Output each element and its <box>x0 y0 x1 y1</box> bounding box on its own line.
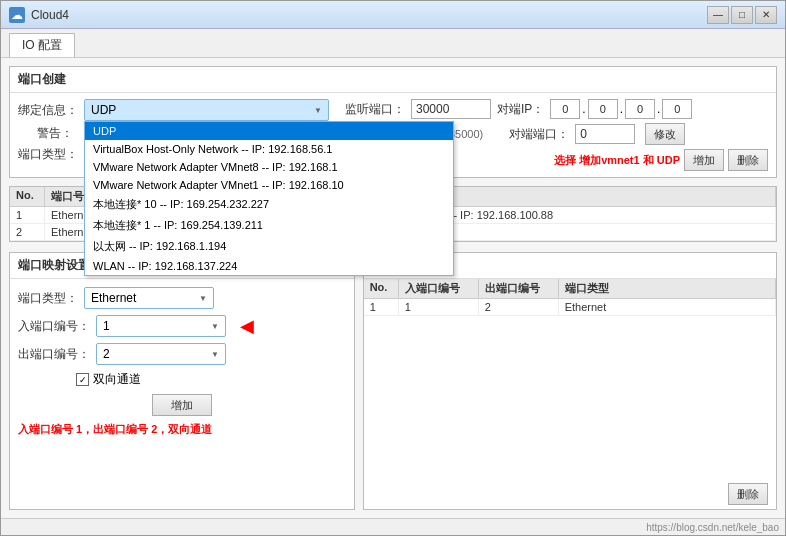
bind-select[interactable]: UDP ▼ <box>84 99 329 121</box>
footer-url: https://blog.csdn.net/kele_bao <box>646 522 779 533</box>
ip-seg-3[interactable]: 0 <box>625 99 655 119</box>
dropdown-item-wlan[interactable]: WLAN -- IP: 192.168.137.224 <box>85 257 453 275</box>
td-no-1: 1 <box>10 207 45 223</box>
bidirectional-label: 双向通道 <box>93 371 141 388</box>
map-add-row: 增加 <box>18 394 346 416</box>
th-no: No. <box>10 187 45 206</box>
main-content: 端口创建 绑定信息： UDP ▼ UDP <box>1 58 785 518</box>
map-table-row[interactable]: 1 1 2 Ethernet <box>364 299 776 316</box>
main-window: ☁ Cloud4 — □ ✕ IO 配置 端口创建 绑定信息： <box>0 0 786 536</box>
ip-seg-2[interactable]: 0 <box>588 99 618 119</box>
dropdown-item-vmnet1[interactable]: VMware Network Adapter VMnet1 -- IP: 192… <box>85 176 453 194</box>
titlebar-left: ☁ Cloud4 <box>9 7 69 23</box>
out-port-arrow-icon: ▼ <box>211 350 219 359</box>
maximize-button[interactable]: □ <box>731 6 753 24</box>
listen-port-label: 监听端口： <box>345 101 405 118</box>
out-port-select[interactable]: 2 ▼ <box>96 343 226 365</box>
map-th-type: 端口类型 <box>559 279 776 298</box>
warn-label: 警告： <box>18 125 73 142</box>
map-td-out: 2 <box>479 299 559 315</box>
bottom-panels: 端口映射设置 端口类型： Ethernet ▼ 入端口编号： 1 ▼ <box>9 252 777 510</box>
map-delete-button[interactable]: 删除 <box>728 483 768 505</box>
in-port-value: 1 <box>103 319 110 333</box>
ip-seg-1[interactable]: 0 <box>550 99 580 119</box>
annotation2: 入端口编号 1，出端口编号 2，双向通道 <box>18 422 212 437</box>
port-create-form: 绑定信息： UDP ▼ UDP VirtualBox Host-Only Net… <box>18 99 329 171</box>
map-table-header: No. 入端口编号 出端口编号 端口类型 <box>364 279 776 299</box>
out-port-value: 2 <box>103 347 110 361</box>
remote-port-label: 对端端口： <box>509 126 569 143</box>
port-map-table-content: No. 入端口编号 出端口编号 端口类型 1 1 2 Ethernet <box>364 279 776 479</box>
minimize-button[interactable]: — <box>707 6 729 24</box>
map-td-type: Ethernet <box>559 299 776 315</box>
port-create-panel: 端口创建 绑定信息： UDP ▼ UDP <box>9 66 777 178</box>
add-button[interactable]: 增加 <box>684 149 724 171</box>
dropdown-item-vmnet8[interactable]: VMware Network Adapter VMnet8 -- IP: 192… <box>85 158 453 176</box>
map-td-no: 1 <box>364 299 399 315</box>
out-port-label: 出端口编号： <box>18 346 90 363</box>
dropdown-item-vbox[interactable]: VirtualBox Host-Only Network -- IP: 192.… <box>85 140 453 158</box>
type-label: 端口类型： <box>18 146 78 163</box>
port-map-settings-body: 端口类型： Ethernet ▼ 入端口编号： 1 ▼ ◀ <box>10 279 354 445</box>
in-port-row: 入端口编号： 1 ▼ ◀ <box>18 315 346 337</box>
modify-button[interactable]: 修改 <box>645 123 685 145</box>
bind-label: 绑定信息： <box>18 102 78 119</box>
bind-dropdown: UDP VirtualBox Host-Only Network -- IP: … <box>84 121 454 276</box>
footer-bar: https://blog.csdn.net/kele_bao <box>1 518 785 535</box>
map-th-in: 入端口编号 <box>399 279 479 298</box>
map-th-out: 出端口编号 <box>479 279 559 298</box>
remote-port-input[interactable]: 0 <box>575 124 635 144</box>
delete-button[interactable]: 删除 <box>728 149 768 171</box>
listen-port-row: 监听端口： 30000 对端IP： 0 . 0 . 0 . 0 <box>345 99 768 119</box>
titlebar: ☁ Cloud4 — □ ✕ <box>1 1 785 29</box>
remote-ip-label: 对端IP： <box>497 101 544 118</box>
port-map-table-panel: 端口映射表 No. 入端口编号 出端口编号 端口类型 1 1 2 Etherne… <box>363 252 777 510</box>
map-add-button[interactable]: 增加 <box>152 394 212 416</box>
window-controls: — □ ✕ <box>707 6 777 24</box>
close-button[interactable]: ✕ <box>755 6 777 24</box>
map-td-in: 1 <box>399 299 479 315</box>
dropdown-item-udp[interactable]: UDP <box>85 122 453 140</box>
bind-dropdown-container: UDP ▼ UDP VirtualBox Host-Only Network -… <box>84 99 329 121</box>
in-port-label: 入端口编号： <box>18 318 90 335</box>
map-type-label: 端口类型： <box>18 290 78 307</box>
arrow-annotation-icon: ◀ <box>240 315 254 337</box>
listen-port-input[interactable]: 30000 <box>411 99 491 119</box>
bind-info-row: 绑定信息： UDP ▼ UDP VirtualBox Host-Only Net… <box>18 99 329 121</box>
bidirectional-row: ✓ 双向通道 <box>76 371 346 388</box>
dropdown-item-local1[interactable]: 本地连接* 1 -- IP: 169.254.139.211 <box>85 215 453 236</box>
bind-select-value: UDP <box>91 103 116 117</box>
map-type-value: Ethernet <box>91 291 136 305</box>
annotation2-row: 入端口编号 1，出端口编号 2，双向通道 <box>18 422 346 437</box>
out-port-row: 出端口编号： 2 ▼ <box>18 343 346 365</box>
tab-bar: IO 配置 <box>1 29 785 58</box>
tab-io-config[interactable]: IO 配置 <box>9 33 75 57</box>
dropdown-arrow-icon: ▼ <box>314 106 322 115</box>
port-create-title: 端口创建 <box>10 67 776 93</box>
annotation1: 选择 增加vmnet1 和 UDP <box>554 153 680 168</box>
app-icon: ☁ <box>9 7 25 23</box>
in-port-arrow-icon: ▼ <box>211 322 219 331</box>
dropdown-item-ethernet[interactable]: 以太网 -- IP: 192.168.1.194 <box>85 236 453 257</box>
td-no-2: 2 <box>10 224 45 240</box>
map-table-footer: 删除 <box>364 479 776 509</box>
map-type-row: 端口类型： Ethernet ▼ <box>18 287 346 309</box>
map-type-select[interactable]: Ethernet ▼ <box>84 287 214 309</box>
map-th-no: No. <box>364 279 399 298</box>
port-map-settings-panel: 端口映射设置 端口类型： Ethernet ▼ 入端口编号： 1 ▼ <box>9 252 355 510</box>
ip-seg-4[interactable]: 0 <box>662 99 692 119</box>
dropdown-item-local10[interactable]: 本地连接* 10 -- IP: 169.254.232.227 <box>85 194 453 215</box>
remote-ip-group: 0 . 0 . 0 . 0 <box>550 99 692 119</box>
map-type-arrow-icon: ▼ <box>199 294 207 303</box>
bidirectional-checkbox[interactable]: ✓ <box>76 373 89 386</box>
window-title: Cloud4 <box>31 8 69 22</box>
in-port-select[interactable]: 1 ▼ <box>96 315 226 337</box>
